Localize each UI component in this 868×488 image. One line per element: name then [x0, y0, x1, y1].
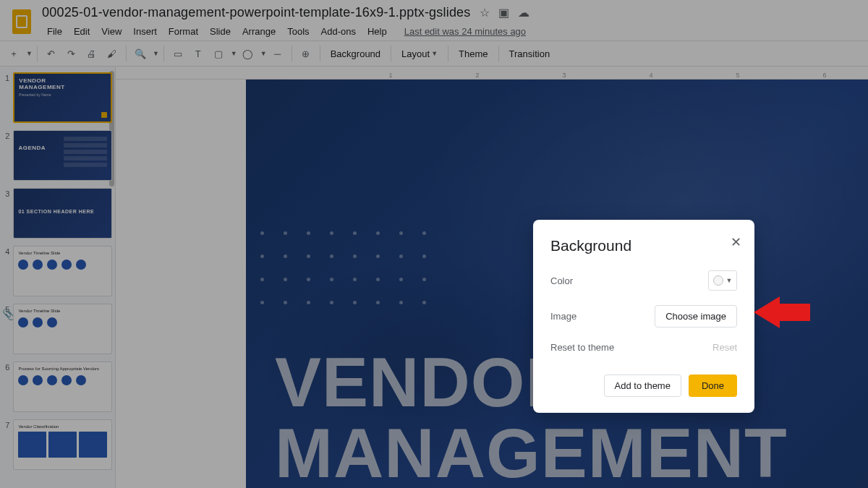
- close-icon[interactable]: ✕: [731, 234, 741, 250]
- reset-button[interactable]: Reset: [712, 342, 737, 353]
- color-label: Color: [550, 275, 573, 286]
- color-picker-button[interactable]: ▼: [708, 270, 737, 291]
- dialog-title: Background: [550, 237, 737, 254]
- reset-label: Reset to theme: [550, 342, 614, 353]
- annotation-arrow: [754, 296, 780, 328]
- add-to-theme-button[interactable]: Add to theme: [604, 374, 681, 397]
- choose-image-button[interactable]: Choose image: [655, 305, 737, 328]
- done-button[interactable]: Done: [689, 374, 737, 397]
- color-swatch-icon: [713, 275, 723, 286]
- background-dialog: Background ✕ Color ▼ Image Choose image …: [533, 220, 754, 413]
- image-label: Image: [550, 311, 576, 322]
